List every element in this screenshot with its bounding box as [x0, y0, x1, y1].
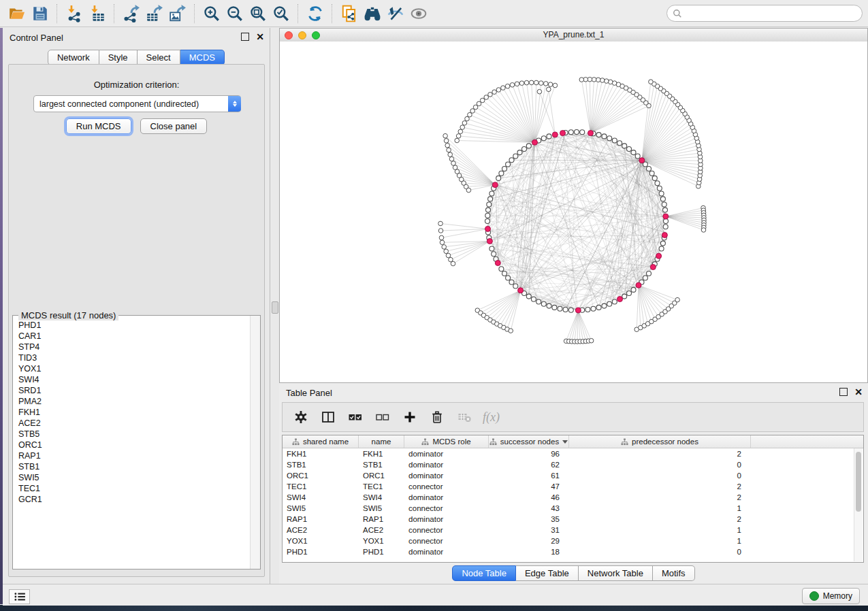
tab-node-table[interactable]: Node Table [452, 565, 516, 581]
table-cell[interactable]: RAP1 [359, 514, 404, 525]
table-cell[interactable]: 0 [569, 470, 751, 481]
export-image-button[interactable] [166, 3, 189, 24]
graph-mcds-node[interactable] [639, 158, 645, 163]
hide-selected-button[interactable] [384, 3, 407, 24]
table-cell[interactable]: 2 [569, 448, 751, 459]
table-row[interactable]: ACE2ACE2connector311 [283, 525, 863, 535]
tab-network-table[interactable]: Network Table [579, 565, 653, 581]
graph-node[interactable] [460, 125, 465, 130]
mcds-result-item[interactable]: ACE2 [18, 418, 250, 429]
graph-node[interactable] [487, 202, 492, 207]
mcds-result-item[interactable]: GCR1 [18, 494, 250, 505]
graph-node[interactable] [585, 308, 590, 312]
table-cell[interactable]: SWI5 [359, 503, 404, 514]
graph-mcds-node[interactable] [485, 226, 491, 231]
graph-node[interactable] [506, 276, 511, 280]
import-table-button[interactable] [86, 3, 109, 24]
graph-node[interactable] [438, 229, 443, 233]
maximize-window-icon[interactable] [312, 31, 320, 39]
graph-node[interactable] [544, 82, 549, 86]
graph-node[interactable] [449, 156, 454, 161]
graph-node[interactable] [568, 130, 573, 135]
mcds-result-item[interactable]: PMA2 [18, 396, 250, 407]
graph-mcds-node[interactable] [663, 214, 669, 219]
graph-node[interactable] [517, 150, 522, 155]
graph-node[interactable] [607, 301, 612, 306]
graph-node[interactable] [444, 249, 449, 254]
tab-select[interactable]: Select [138, 50, 180, 65]
graph-node[interactable] [622, 294, 627, 299]
table-cell[interactable]: FKH1 [283, 448, 359, 459]
graph-node[interactable] [442, 245, 447, 250]
mcds-result-item[interactable]: CAR1 [18, 331, 250, 342]
table-cell[interactable]: SWI5 [283, 503, 359, 514]
close-panel-button[interactable]: Close panel [140, 118, 208, 134]
mcds-result-item[interactable]: FKH1 [18, 407, 250, 418]
column-header-name[interactable]: name [359, 435, 404, 448]
table-cell[interactable]: dominator [404, 470, 489, 481]
graph-node[interactable] [635, 154, 640, 159]
table-cell[interactable]: TEC1 [283, 481, 359, 492]
table-cell[interactable]: 47 [489, 481, 569, 492]
graph-node[interactable] [506, 162, 511, 167]
graph-node[interactable] [509, 158, 514, 163]
apply-layout-button[interactable] [304, 3, 327, 24]
graph-node[interactable] [649, 80, 654, 84]
table-cell[interactable]: connector [404, 525, 489, 535]
graph-node[interactable] [484, 95, 489, 100]
show-all-button[interactable] [361, 3, 384, 24]
graph-node[interactable] [448, 152, 453, 157]
graph-node[interactable] [502, 271, 507, 276]
graph-node[interactable] [575, 130, 579, 135]
graph-node[interactable] [502, 167, 507, 171]
graph-node[interactable] [499, 267, 504, 271]
graph-node[interactable] [548, 82, 553, 87]
graph-node[interactable] [596, 78, 600, 82]
table-row[interactable]: TEC1TEC1connector472 [283, 481, 863, 492]
graph-node[interactable] [596, 305, 601, 310]
close-table-panel-icon[interactable]: ✕ [854, 389, 863, 395]
graph-mcds-node[interactable] [560, 131, 566, 136]
graph-node[interactable] [660, 241, 665, 246]
graph-node[interactable] [480, 98, 485, 103]
column-header-predecessor-nodes[interactable]: predecessor nodes [569, 435, 751, 448]
graph-node[interactable] [445, 143, 450, 148]
tab-edge-table[interactable]: Edge Table [516, 565, 579, 581]
export-network-button[interactable] [120, 3, 143, 24]
import-network-button[interactable] [63, 3, 86, 24]
graph-node[interactable] [605, 79, 609, 84]
graph-node[interactable] [473, 105, 478, 110]
graph-mcds-node[interactable] [575, 308, 581, 313]
graph-node[interactable] [547, 134, 551, 139]
graph-node[interactable] [662, 202, 666, 207]
graph-node[interactable] [526, 144, 531, 148]
graph-node[interactable] [596, 133, 601, 137]
graph-node[interactable] [456, 134, 461, 139]
task-history-button[interactable] [9, 589, 30, 604]
table-row[interactable]: YOX1YOX1connector291 [283, 535, 863, 546]
graph-node[interactable] [519, 81, 524, 86]
table-cell[interactable]: dominator [404, 514, 489, 525]
tab-style[interactable]: Style [99, 50, 138, 65]
table-cell[interactable]: 62 [489, 459, 569, 470]
deselect-all-button[interactable] [374, 408, 391, 426]
zoom-selected-button[interactable] [270, 3, 293, 24]
table-cell[interactable]: 0 [569, 546, 751, 557]
graph-node[interactable] [509, 329, 513, 333]
graph-node[interactable] [622, 144, 627, 148]
mcds-result-item[interactable]: ORC1 [18, 440, 250, 450]
graph-node[interactable] [444, 139, 449, 144]
mcds-result-item[interactable]: SWI4 [18, 374, 250, 385]
graph-node[interactable] [675, 297, 680, 302]
graph-node[interactable] [470, 109, 475, 114]
graph-node[interactable] [499, 171, 504, 176]
table-cell[interactable]: dominator [404, 492, 489, 503]
table-cell[interactable]: 1 [569, 535, 751, 546]
vertical-splitter[interactable] [270, 28, 280, 584]
graph-node[interactable] [438, 221, 443, 226]
graph-node[interactable] [607, 136, 612, 141]
graph-mcds-node[interactable] [532, 139, 538, 145]
graph-node[interactable] [488, 197, 493, 201]
mcds-result-item[interactable]: STB1 [18, 461, 250, 472]
zoom-out-button[interactable] [223, 3, 246, 24]
